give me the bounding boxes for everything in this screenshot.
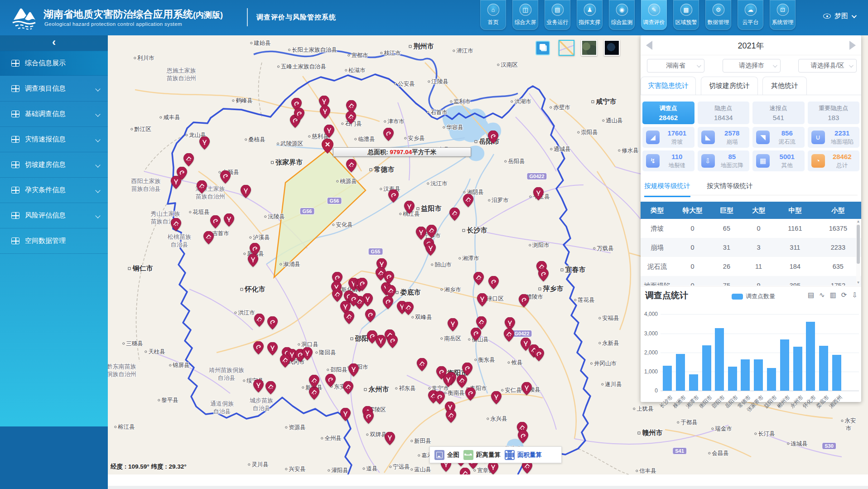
bar-郴州市[interactable]: [780, 339, 789, 391]
hazard-pin[interactable]: [434, 391, 445, 406]
nav-command[interactable]: ♟指挥支撑: [577, 0, 603, 30]
bar-长沙市[interactable]: [663, 366, 672, 391]
next-year-button[interactable]: [849, 41, 856, 50]
hazard-pin[interactable]: [344, 311, 354, 326]
nav-data[interactable]: ⚙数据管理: [705, 0, 731, 30]
summary-card-2[interactable]: 隐患点18434: [698, 102, 750, 124]
hazard-pin[interactable]: [346, 159, 357, 174]
hazard-pin[interactable]: [385, 432, 395, 447]
bar-娄底市[interactable]: [819, 346, 828, 391]
hazard-pin[interactable]: [340, 408, 351, 423]
hazard-pin[interactable]: [425, 242, 436, 257]
hazard-pin[interactable]: [491, 391, 502, 406]
tab-2[interactable]: 切坡建房统计: [701, 77, 758, 95]
hazard-pin[interactable]: [471, 328, 481, 343]
hazard-pin[interactable]: [265, 381, 276, 396]
hazard-pin[interactable]: [267, 342, 278, 357]
hazard-pin[interactable]: [210, 215, 221, 230]
hazard-pin[interactable]: [357, 278, 367, 293]
region-select-3[interactable]: 请选择县/区: [798, 59, 857, 73]
bar-湘西州[interactable]: [832, 355, 841, 391]
hazard-pin[interactable]: [521, 382, 532, 397]
sidebar-item-3[interactable]: 基础调查信息: [0, 102, 108, 127]
hazard-pin[interactable]: [309, 375, 319, 390]
layers-button[interactable]: [535, 41, 550, 55]
hazard-pin[interactable]: [519, 294, 529, 309]
summary-card-1[interactable]: 调查点28462: [642, 102, 694, 124]
hazard-pin[interactable]: [477, 293, 487, 308]
bar-常德市[interactable]: [741, 359, 750, 391]
bar-chart-icon[interactable]: ▥: [830, 291, 836, 299]
hazard-pin[interactable]: [248, 254, 258, 269]
full-extent-button[interactable]: 全图: [434, 450, 459, 460]
hazard-pin[interactable]: [241, 185, 251, 200]
bar-湘潭市[interactable]: [689, 374, 698, 391]
hazard-pin[interactable]: [171, 176, 181, 191]
hazard-pin[interactable]: [253, 379, 264, 394]
hazard-pin[interactable]: [302, 347, 313, 362]
hazard-pin[interactable]: [383, 296, 393, 311]
bar-邵阳市[interactable]: [715, 328, 724, 391]
hazard-pin[interactable]: [253, 341, 264, 356]
satellite-layer-thumbnail[interactable]: [581, 40, 597, 56]
summary-card-3[interactable]: 速报点541: [752, 102, 805, 124]
street-layer-thumbnail[interactable]: [559, 40, 574, 56]
nav-home[interactable]: ⌂首页: [480, 0, 506, 30]
data-view-icon[interactable]: ▤: [808, 291, 814, 299]
hazard-pin[interactable]: [504, 329, 514, 344]
sidebar-item-2[interactable]: 调查项目信息: [0, 76, 108, 102]
bar-株洲市[interactable]: [676, 354, 685, 391]
hazard-pin[interactable]: [346, 111, 356, 126]
hazard-pin[interactable]: [538, 268, 549, 283]
sidebar-item-1[interactable]: 综合信息展示: [0, 51, 108, 76]
subtab-2[interactable]: 按灾情等级统计: [707, 182, 753, 196]
hazard-pin[interactable]: [224, 213, 234, 228]
bar-怀化市[interactable]: [806, 322, 815, 391]
nav-dashboard[interactable]: ◫综合大屏: [512, 0, 538, 30]
nav-warning[interactable]: ▩区域预警: [673, 0, 699, 30]
hazard-pin[interactable]: [534, 348, 544, 363]
region-select-2[interactable]: 请选择市: [723, 59, 781, 73]
area-measure-button[interactable]: 面积量算: [505, 450, 542, 460]
sidebar-item-8[interactable]: 空间数据管理: [0, 228, 108, 254]
sidebar-item-6[interactable]: 孕灾条件信息: [0, 178, 108, 203]
bar-张家界市[interactable]: [754, 359, 763, 391]
nav-system[interactable]: ⊡系统管理: [770, 0, 796, 30]
bar-岳阳市[interactable]: [728, 367, 737, 391]
user-menu[interactable]: 梦图: [823, 12, 855, 20]
bar-衡阳市[interactable]: [702, 345, 711, 391]
hazard-pin[interactable]: [463, 194, 473, 209]
hazard-pin[interactable]: [443, 374, 453, 389]
bar-永州市[interactable]: [793, 347, 802, 391]
hazard-pin[interactable]: [473, 272, 484, 287]
hazard-pin[interactable]: [404, 201, 415, 216]
measure-anchor-pin[interactable]: [322, 139, 333, 155]
hazard-pin[interactable]: [254, 314, 265, 329]
hazard-pin[interactable]: [365, 309, 376, 324]
hazard-pin[interactable]: [448, 318, 458, 333]
hazard-pin[interactable]: [488, 276, 499, 291]
region-select-1[interactable]: 湖南省: [647, 59, 704, 73]
hazard-pin[interactable]: [387, 335, 398, 350]
bar-益阳市[interactable]: [767, 368, 776, 391]
hazard-pin[interactable]: [203, 231, 214, 246]
hazard-pin[interactable]: [403, 302, 414, 317]
hazard-pin[interactable]: [488, 461, 498, 474]
hazard-pin[interactable]: [267, 316, 278, 331]
sidebar-item-7[interactable]: 风险评估信息: [0, 203, 108, 228]
hazard-pin[interactable]: [518, 430, 528, 445]
hazard-pin[interactable]: [446, 410, 456, 425]
hazard-pin[interactable]: [533, 187, 544, 202]
hazard-pin[interactable]: [449, 208, 460, 223]
refresh-icon[interactable]: ⟳: [841, 291, 847, 299]
subtab-1[interactable]: 按规模等级统计: [644, 182, 690, 197]
nav-survey[interactable]: ✎调查评价: [641, 0, 667, 30]
hazard-pin[interactable]: [220, 170, 231, 185]
hazard-pin[interactable]: [197, 180, 207, 195]
hazard-pin[interactable]: [348, 363, 359, 378]
tab-3[interactable]: 其他统计: [762, 77, 807, 95]
prev-year-button[interactable]: [646, 41, 652, 50]
sidebar-item-5[interactable]: 切坡建房信息: [0, 152, 108, 178]
hazard-pin[interactable]: [465, 387, 476, 402]
sidebar-item-4[interactable]: 灾情速报信息: [0, 127, 108, 152]
